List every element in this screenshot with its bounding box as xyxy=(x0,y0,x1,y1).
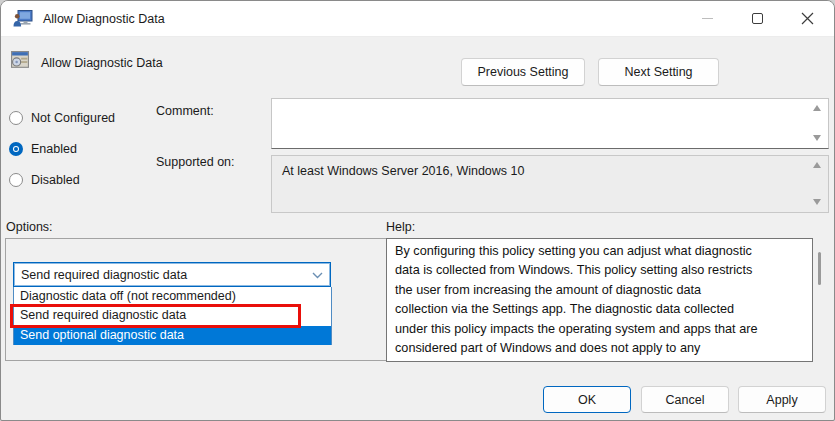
dropdown-item-send-optional[interactable]: Send optional diagnostic data xyxy=(14,326,331,345)
apply-button[interactable]: Apply xyxy=(738,386,826,413)
window-controls xyxy=(682,1,832,36)
next-setting-button[interactable]: Next Setting xyxy=(598,58,719,86)
close-button[interactable] xyxy=(782,1,832,36)
help-text-line: data is collected from Windows. This pol… xyxy=(395,261,804,280)
radio-label: Not Configured xyxy=(31,111,115,125)
supported-on-label: Supported on: xyxy=(156,155,235,169)
radio-label: Disabled xyxy=(31,173,80,187)
dropdown-value: Send required diagnostic data xyxy=(21,268,187,282)
help-text-line: the user from increasing the amount of d… xyxy=(395,281,804,300)
minimize-button[interactable] xyxy=(682,1,732,36)
minimize-icon xyxy=(702,18,713,19)
maximize-icon xyxy=(752,13,763,24)
title-bar: Allow Diagnostic Data xyxy=(1,1,834,37)
policy-setting-icon xyxy=(11,51,29,69)
comment-scroll-arrows xyxy=(812,105,822,141)
setting-title: Allow Diagnostic Data xyxy=(41,56,163,70)
radio-disabled[interactable]: Disabled xyxy=(9,172,80,188)
ok-button[interactable]: OK xyxy=(543,386,631,413)
radio-circle xyxy=(9,173,23,187)
help-text-line: collection via the Settings app. The dia… xyxy=(395,300,804,319)
supported-on-value: At least Windows Server 2016, Windows 10 xyxy=(282,164,524,178)
close-icon xyxy=(801,12,814,25)
help-text-line: under this policy impacts the operating … xyxy=(395,320,804,339)
help-text-line: By configuring this policy setting you c… xyxy=(395,242,804,261)
group-policy-icon xyxy=(13,10,33,27)
allow-diagnostic-data-dialog: Allow Diagnostic Data Allow Diagnostic D… xyxy=(0,0,835,421)
comment-field xyxy=(271,98,829,149)
help-text-line: considered part of Windows and does not … xyxy=(395,339,804,358)
radio-circle xyxy=(9,111,23,125)
diagnostic-data-dropdown[interactable]: Send required diagnostic data xyxy=(13,262,331,287)
comment-label: Comment: xyxy=(156,104,214,118)
help-text-box: By configuring this policy setting you c… xyxy=(386,238,813,362)
options-label: Options: xyxy=(6,220,53,234)
radio-label: Enabled xyxy=(31,142,77,156)
supported-on-field: At least Windows Server 2016, Windows 10 xyxy=(271,155,829,213)
dropdown-item-diagnostic-off[interactable]: Diagnostic data off (not recommended) xyxy=(14,287,331,306)
radio-not-configured[interactable]: Not Configured xyxy=(9,110,115,126)
comment-input[interactable] xyxy=(276,101,808,146)
window-title: Allow Diagnostic Data xyxy=(43,12,165,26)
cancel-button[interactable]: Cancel xyxy=(641,386,729,413)
radio-enabled[interactable]: Enabled xyxy=(9,141,77,157)
chevron-down-icon xyxy=(312,272,323,279)
maximize-button[interactable] xyxy=(732,1,782,36)
dropdown-item-send-required[interactable]: Send required diagnostic data xyxy=(14,306,331,325)
scroll-up-icon[interactable] xyxy=(813,105,821,111)
help-label: Help: xyxy=(386,220,415,234)
scroll-up-icon xyxy=(813,162,821,168)
scroll-down-icon xyxy=(813,199,821,205)
scroll-down-icon[interactable] xyxy=(813,135,821,141)
radio-circle-selected xyxy=(9,142,23,156)
supported-scroll-arrows xyxy=(812,162,822,205)
dropdown-list: Diagnostic data off (not recommended) Se… xyxy=(13,287,332,345)
help-scrollbar-thumb[interactable] xyxy=(818,252,821,285)
previous-setting-button[interactable]: Previous Setting xyxy=(461,58,585,86)
